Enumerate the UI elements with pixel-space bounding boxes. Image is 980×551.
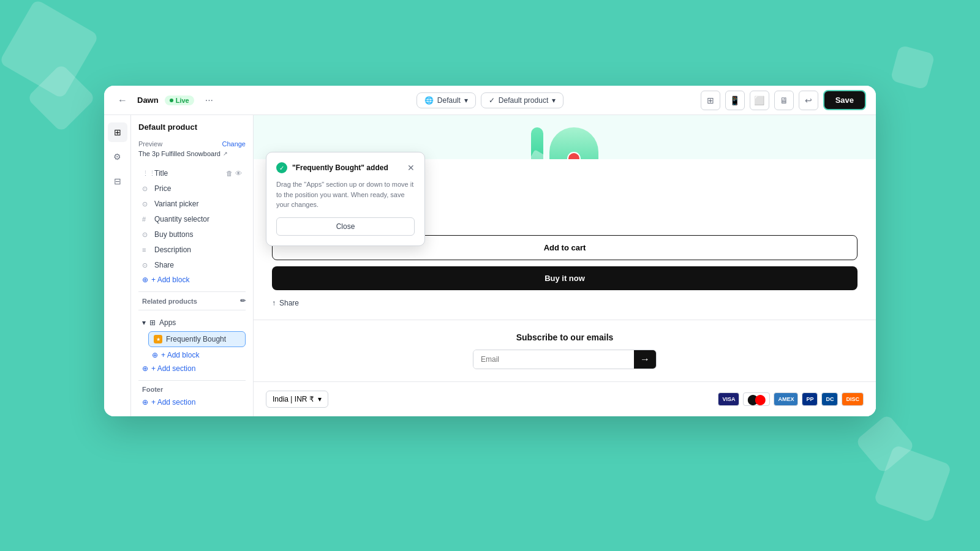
payment-diners: DC [821,392,838,406]
tree-item-variant-label: Variant picker [154,200,198,208]
live-label: Live [176,97,189,104]
frequently-bought-label: Frequently Bought [166,335,226,343]
tree-item-actions: 🗑 👁 [226,170,242,177]
default-dropdown[interactable]: 🌐 Default ▾ [417,92,476,108]
mobile-icon-btn[interactable]: 📱 [725,91,745,110]
external-link-icon: ↗ [223,151,228,157]
add-section-button-1[interactable]: ⊕ + Add section [138,362,246,375]
add-section-button-2[interactable]: ⊕ + Add section [138,395,246,409]
check-circle-icon: ✓ [489,96,495,105]
toast-title-row: ✓ "Frequently Bought" added [276,162,388,173]
tree-item-quantity[interactable]: # Quantity selector [138,212,246,227]
main-preview: Rs. 2,629.95 Quantity − 1 + Add to cart … [254,115,876,416]
tree-item-quantity-label: Quantity selector [154,215,209,223]
content-area: ⊞ ⚙ ⊟ Default product Preview Change The… [104,115,876,416]
product-dropdown[interactable]: ✓ Default product ▾ [481,92,564,108]
sidebar-icon-settings[interactable]: ⚙ [108,147,127,167]
price-icon: ⊙ [142,185,151,193]
save-button[interactable]: Save [823,90,866,110]
collapse-arrow: ▾ [142,318,146,327]
back-button[interactable]: ← [114,92,131,109]
preview-label: Preview [138,140,162,148]
sidebar-icon-layout[interactable]: ⊞ [108,122,127,142]
edit-icon[interactable]: ✏ [240,297,246,305]
add-block-button-2[interactable]: ⊕ + Add block [148,348,246,362]
panel-title: Default product [138,122,246,132]
subscribe-title: Subscribe to our emails [266,332,864,342]
top-bar-left: ← Dawn Live ··· [114,92,409,109]
toast-overlay: ✓ "Frequently Bought" added ✕ Drag the "… [266,152,425,246]
payment-discover: DISC [842,392,864,406]
snowboard-image-2 [549,127,598,159]
buy-icon: ⊙ [142,231,151,239]
top-bar: ← Dawn Live ··· 🌐 Default ▾ ✓ Default pr… [104,86,876,115]
add-block-label-1: + Add block [151,276,189,284]
top-bar-center: 🌐 Default ▾ ✓ Default product ▾ [417,92,564,108]
add-section-icon-1: ⊕ [142,364,148,373]
tree-item-buy-label: Buy buttons [154,230,193,239]
email-input-row: → [473,350,657,369]
tree-item-variant[interactable]: ⊙ Variant picker [138,197,246,211]
toast-header: ✓ "Frequently Bought" added ✕ [276,162,415,173]
toast-body: Drag the "Apps" section up or down to mo… [276,179,415,210]
frequently-bought-item[interactable]: ★ Frequently Bought [148,331,246,347]
desktop-icon-btn[interactable]: 🖥 [774,91,794,110]
payment-visa: VISA [718,392,739,406]
payment-mastercard: ⬤⬤ [743,392,770,406]
buy-now-button[interactable]: Buy it now [272,266,858,290]
product-label: Default product [499,96,548,105]
more-button[interactable]: ··· [200,92,218,108]
tree-item-share[interactable]: ⊙ Share [138,258,246,272]
snowboard-dot [567,152,581,159]
fb-icon: ★ [154,335,162,343]
toast-close-button[interactable]: Close [276,217,415,236]
preview-value: The 3p Fulfilled Snowboard ↗ [138,150,246,157]
toast-close-x[interactable]: ✕ [407,163,415,172]
layout-icon-btn[interactable]: ⊞ [701,91,720,110]
sidebar-icon-grid[interactable]: ⊟ [108,171,127,191]
footer-section: India | INR ₹ ▾ VISA ⬤⬤ AMEX PP DC DISC [254,381,876,416]
bg-decor-5 [890,45,935,89]
tree-item-desc-label: Description [154,246,191,254]
payment-paypal: PP [802,392,818,406]
tree-item-description[interactable]: ≡ Description [138,242,246,257]
divider-1 [138,291,246,292]
divider-3 [138,380,246,381]
live-badge: Live [165,96,194,105]
toast: ✓ "Frequently Bought" added ✕ Drag the "… [266,152,425,246]
snowboard-2-wrapper [549,127,598,147]
share-link[interactable]: ↑ Share [272,299,858,307]
delete-icon[interactable]: 🗑 [226,170,233,177]
preview-change-link[interactable]: Change [222,140,246,148]
tree-item-title[interactable]: ⋮⋮ Title 🗑 👁 [138,166,246,181]
payment-icons: VISA ⬤⬤ AMEX PP DC DISC [718,392,864,406]
editor-panel: Default product Preview Change The 3p Fu… [131,115,254,416]
country-label: India | INR ₹ [273,395,314,403]
share-icon: ⊙ [142,261,151,269]
undo-icon-btn[interactable]: ↩ [799,91,818,110]
subscribe-section: Subscribe to our emails → [254,320,876,381]
quantity-icon: # [142,216,151,223]
share-icon-product: ↑ [272,299,276,307]
drag-icon: ⋮⋮ [142,170,151,178]
email-submit-button[interactable]: → [634,350,656,369]
tablet-icon-btn[interactable]: ⬜ [750,91,769,110]
email-input[interactable] [473,350,634,369]
apps-header[interactable]: ▾ ⊞ Apps [138,315,246,330]
toast-check-icon: ✓ [276,162,287,173]
country-selector[interactable]: India | INR ₹ ▾ [266,391,328,408]
apps-grid-icon: ⊞ [149,318,156,327]
default-label: Default [437,96,461,105]
tree-item-buy[interactable]: ⊙ Buy buttons [138,227,246,242]
eye-icon[interactable]: 👁 [235,170,242,177]
payment-amex: AMEX [774,392,798,406]
sidebar-icons: ⊞ ⚙ ⊟ [104,115,131,416]
store-name: Dawn [137,96,159,105]
share-label: Share [279,299,299,307]
tree-item-price[interactable]: ⊙ Price [138,181,246,196]
apps-section: ▾ ⊞ Apps ★ Frequently Bought ⊕ + Add blo… [138,315,246,362]
add-block-button-1[interactable]: ⊕ + Add block [138,273,246,287]
desc-icon: ≡ [142,246,151,253]
preview-header: Preview Change [138,140,246,148]
chevron-down-icon-2: ▾ [552,96,556,105]
